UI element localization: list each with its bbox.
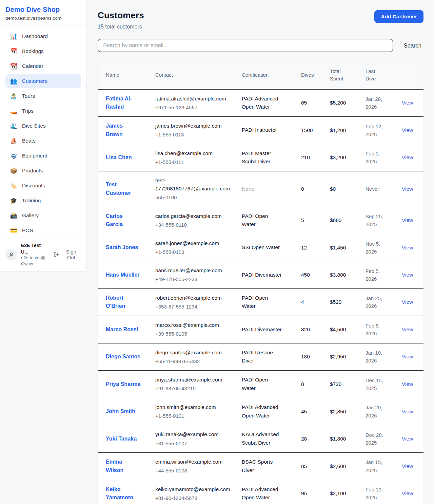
customer-name-link[interactable]: Carlos Garcia xyxy=(106,213,123,227)
customer-name-link[interactable]: Lisa Chen xyxy=(106,154,132,160)
customer-phone: +81-555-0107 xyxy=(155,440,230,447)
customer-certification: PADI Instructor xyxy=(242,127,277,133)
view-link[interactable]: View xyxy=(402,490,413,496)
sidebar-item-tours[interactable]: 🏝️ Tours xyxy=(5,89,81,103)
view-link[interactable]: View xyxy=(402,326,413,332)
customer-phone: +39-555-0105 xyxy=(155,330,230,338)
search-row: Search xyxy=(98,39,423,52)
customer-phone: 555-0100 xyxy=(155,193,230,201)
sidebar-nav: 📊 Dashboard 📅 Bookings 📆 Calendar 👥 Cust… xyxy=(0,25,86,237)
view-link[interactable]: View xyxy=(402,127,413,133)
main-content: Customers 15 total customers Add Custome… xyxy=(87,0,434,504)
view-link[interactable]: View xyxy=(402,217,413,223)
customer-total-spent: $2,100 xyxy=(326,480,361,504)
customer-name-link[interactable]: Emma Wilson xyxy=(106,459,123,473)
customer-last-dive: Dec 28, 2025 xyxy=(361,425,398,453)
view-link[interactable]: View xyxy=(402,245,413,250)
customer-name-link[interactable]: Marco Rossi xyxy=(106,326,138,332)
table-body: Fatima Al-Rashid fatima.alrashid@example… xyxy=(98,89,423,504)
view-link[interactable]: View xyxy=(402,409,413,414)
customer-dives: 320 xyxy=(297,316,326,343)
sidebar-item-boats[interactable]: ⛵ Boats xyxy=(5,134,81,148)
customer-total-spent: $3,200 xyxy=(326,144,361,171)
customer-name-link[interactable]: Keiko Yamamoto xyxy=(106,486,133,501)
customer-email: keiko.yamamoto@example.com xyxy=(155,485,230,493)
sign-out-label: Sign Out xyxy=(61,249,81,260)
customer-phone: +353-87-555-1234 xyxy=(155,303,230,311)
column-header-total-spent: Total Spent xyxy=(326,61,361,89)
sidebar-item-bookings[interactable]: 📅 Bookings xyxy=(5,44,81,58)
view-link[interactable]: View xyxy=(402,436,413,442)
column-header-dives: Dives xyxy=(297,61,326,89)
customer-phone: +49-170-555-2233 xyxy=(155,275,230,283)
customer-dives: 1500 xyxy=(297,117,326,144)
customer-email: james.brown@example.com xyxy=(155,122,230,130)
customer-phone: +1-555-0101 xyxy=(155,412,230,420)
sidebar-item-products[interactable]: 📦 Products xyxy=(5,164,81,178)
page-title: Customers xyxy=(98,10,144,21)
sidebar-item-gallery[interactable]: 📸 Gallery xyxy=(5,209,81,222)
customer-name-link[interactable]: Robert O'Brien xyxy=(106,295,125,309)
column-header-actions xyxy=(398,61,423,89)
search-input[interactable] xyxy=(98,39,393,52)
customer-dives: 28 xyxy=(297,425,326,453)
customer-certification: NAUI Advanced Scuba Diver xyxy=(242,431,279,446)
sidebar-item-customers[interactable]: 👥 Customers xyxy=(5,74,81,88)
customer-name-link[interactable]: Hans Mueller xyxy=(106,272,140,278)
view-link[interactable]: View xyxy=(402,186,413,192)
customer-phone: +971-55-123-4567 xyxy=(155,104,230,111)
column-header-contact: Contact xyxy=(151,61,238,89)
search-button[interactable]: Search xyxy=(402,41,423,50)
sidebar-item-discounts[interactable]: 🏷️ Discounts xyxy=(5,179,81,192)
customer-name-link[interactable]: Sarah Jones xyxy=(106,244,138,250)
sidebar-item-equipment[interactable]: 🤿 Equipment xyxy=(5,149,81,163)
customer-name-link[interactable]: James Brown xyxy=(106,123,123,137)
customer-certification: BSAC Sports Diver xyxy=(242,459,273,473)
customer-certification: PADI Rescue Diver xyxy=(242,350,273,364)
column-header-certification: Certification xyxy=(238,61,297,89)
customer-last-dive: Feb 5, 2026 xyxy=(361,261,398,288)
view-link[interactable]: View xyxy=(402,100,413,106)
sidebar-item-calendar[interactable]: 📆 Calendar xyxy=(5,59,81,73)
customer-name-link[interactable]: Test Customer xyxy=(106,182,131,196)
table-row: Sarah Jones sarah.jones@example.com +1-5… xyxy=(98,234,423,261)
customer-name-link[interactable]: Yuki Tanaka xyxy=(106,436,137,442)
customer-last-dive: Feb 1, 2026 xyxy=(361,144,398,171)
table-row: Diego Santos diego.santos@example.com +5… xyxy=(98,343,423,371)
user-icon xyxy=(8,252,14,258)
customers-card: Name Contact Certification Dives Total S… xyxy=(98,61,423,504)
sidebar-item-pos[interactable]: 💳 POS xyxy=(5,224,81,237)
user-name: E2E Test U... xyxy=(21,242,50,255)
customer-name-link[interactable]: John Smith xyxy=(106,408,135,414)
customer-certification: None xyxy=(242,186,254,192)
customer-name-link[interactable]: Fatima Al-Rashid xyxy=(106,96,132,110)
sidebar-item-dashboard[interactable]: 📊 Dashboard xyxy=(5,30,81,43)
customer-total-spent: $520 xyxy=(326,288,361,316)
page-header: Customers 15 total customers Add Custome… xyxy=(98,10,423,30)
customer-phone: +81-90-1234-5678 xyxy=(155,494,230,502)
view-link[interactable]: View xyxy=(402,154,413,160)
sidebar-item-trips[interactable]: 🚤 Trips xyxy=(5,104,81,118)
customer-last-dive: Feb 8, 2026 xyxy=(361,316,398,343)
tours-icon: 🏝️ xyxy=(10,93,17,99)
table-row: Test Customer test-1772681807767@example… xyxy=(98,171,423,207)
gallery-icon: 📸 xyxy=(10,213,17,219)
customer-certification: PADI Open Water xyxy=(242,295,268,309)
view-link[interactable]: View xyxy=(402,381,413,387)
sign-out-button[interactable]: Sign Out xyxy=(54,249,81,260)
view-link[interactable]: View xyxy=(402,272,413,278)
customer-name-link[interactable]: Diego Santos xyxy=(106,354,140,359)
view-link[interactable]: View xyxy=(402,354,413,359)
customer-name-link[interactable]: Priya Sharma xyxy=(106,381,140,387)
sidebar-item-dive-sites[interactable]: 🌊 Dive Sites xyxy=(5,119,81,133)
sidebar-item-training[interactable]: 🎓 Training xyxy=(5,194,81,207)
customer-phone: +44-555-0108 xyxy=(155,467,230,474)
view-link[interactable]: View xyxy=(402,463,413,469)
customer-last-dive: Jan 20, 2026 xyxy=(361,398,398,425)
customer-total-spent: $2,600 xyxy=(326,452,361,480)
customer-email: diego.santos@example.com xyxy=(155,349,230,357)
view-link[interactable]: View xyxy=(402,299,413,305)
customer-email: lisa.chen@example.com xyxy=(155,149,230,157)
boats-icon: ⛵ xyxy=(10,138,17,144)
add-customer-button[interactable]: Add Customer xyxy=(374,10,423,23)
